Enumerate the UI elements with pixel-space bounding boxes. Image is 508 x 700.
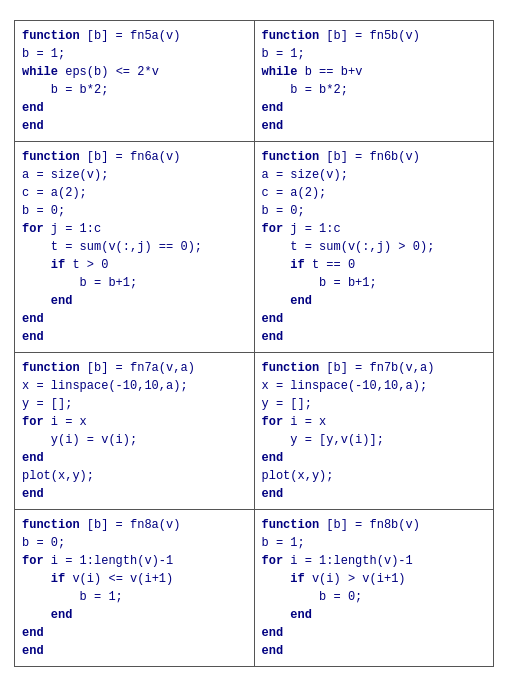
code-fn6b: function [b] = fn6b(v) a = size(v); c = … [262, 148, 487, 346]
code-fn5a: function [b] = fn5a(v) b = 1; while eps(… [22, 27, 247, 135]
cell-fn6b: function [b] = fn6b(v) a = size(v); c = … [255, 142, 495, 353]
code-fn7a: function [b] = fn7a(v,a) x = linspace(-1… [22, 359, 247, 503]
cell-fn8a: function [b] = fn8a(v) b = 0; for i = 1:… [15, 510, 255, 667]
code-fn8a: function [b] = fn8a(v) b = 0; for i = 1:… [22, 516, 247, 660]
cell-fn7a: function [b] = fn7a(v,a) x = linspace(-1… [15, 353, 255, 510]
code-fn8b: function [b] = fn8b(v) b = 1; for i = 1:… [262, 516, 487, 660]
cell-fn7b: function [b] = fn7b(v,a) x = linspace(-1… [255, 353, 495, 510]
code-fn7b: function [b] = fn7b(v,a) x = linspace(-1… [262, 359, 487, 503]
cell-fn5a: function [b] = fn5a(v) b = 1; while eps(… [15, 21, 255, 142]
cell-fn8b: function [b] = fn8b(v) b = 1; for i = 1:… [255, 510, 495, 667]
code-fn5b: function [b] = fn5b(v) b = 1; while b ==… [262, 27, 487, 135]
code-fn6a: function [b] = fn6a(v) a = size(v); c = … [22, 148, 247, 346]
cell-fn6a: function [b] = fn6a(v) a = size(v); c = … [15, 142, 255, 353]
code-grid: function [b] = fn5a(v) b = 1; while eps(… [14, 20, 494, 667]
cell-fn5b: function [b] = fn5b(v) b = 1; while b ==… [255, 21, 495, 142]
